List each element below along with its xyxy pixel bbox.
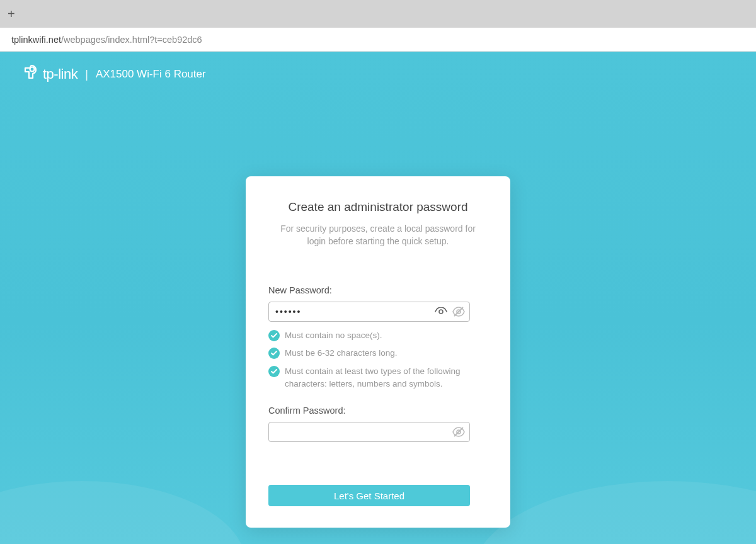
confirm-password-icons (452, 427, 465, 437)
tab-bar: + (0, 0, 756, 28)
address-bar[interactable]: tplinkwifi.net/webpages/index.html?t=ceb… (0, 28, 756, 52)
password-rules: Must contain no space(s). Must be 6-32 c… (268, 329, 470, 390)
logo: tp-link (20, 63, 77, 86)
new-password-icons (435, 307, 465, 317)
confirm-password-group: Confirm Password: (268, 405, 488, 442)
browser-chrome: + tplinkwifi.net/webpages/index.html?t=c… (0, 0, 756, 52)
new-tab-icon[interactable]: + (8, 7, 15, 21)
rule-item: Must contain at least two types of the f… (268, 365, 470, 391)
page-body: tp-link | AX1500 Wi-Fi 6 Router Create a… (0, 52, 756, 544)
url-path: /webpages/index.html?t=ceb92dc6 (61, 35, 202, 45)
setup-card: Create an administrator password For sec… (246, 176, 510, 528)
brand-divider: | (85, 68, 88, 81)
brand-text: tp-link (43, 66, 77, 82)
check-icon (268, 366, 280, 377)
show-password-icon[interactable] (435, 307, 447, 316)
svg-point-1 (439, 310, 443, 314)
card-title: Create an administrator password (268, 200, 488, 214)
rule-text: Must contain at least two types of the f… (285, 365, 470, 391)
confirm-password-input[interactable] (268, 422, 470, 442)
check-icon (268, 330, 280, 341)
rule-text: Must be 6-32 characters long. (285, 347, 398, 360)
product-name: AX1500 Wi-Fi 6 Router (96, 68, 206, 81)
url-host: tplinkwifi.net (11, 35, 61, 45)
svg-point-0 (30, 67, 35, 72)
hide-password-icon[interactable] (452, 307, 465, 317)
header-brand: tp-link | AX1500 Wi-Fi 6 Router (20, 63, 206, 86)
rule-item: Must be 6-32 characters long. (268, 347, 470, 360)
new-password-group: New Password: (268, 285, 488, 390)
rule-text: Must contain no space(s). (285, 329, 382, 342)
confirm-password-label: Confirm Password: (268, 405, 488, 416)
confirm-password-input-wrap (268, 422, 470, 442)
new-password-input-wrap (268, 302, 470, 322)
check-icon (268, 348, 280, 359)
new-password-label: New Password: (268, 285, 488, 295)
hide-password-icon[interactable] (452, 427, 465, 437)
lets-get-started-button[interactable]: Let's Get Started (268, 485, 470, 506)
card-subtitle: For security purposes, create a local pa… (268, 223, 488, 247)
tp-link-logo-icon (20, 63, 39, 86)
rule-item: Must contain no space(s). (268, 329, 470, 342)
